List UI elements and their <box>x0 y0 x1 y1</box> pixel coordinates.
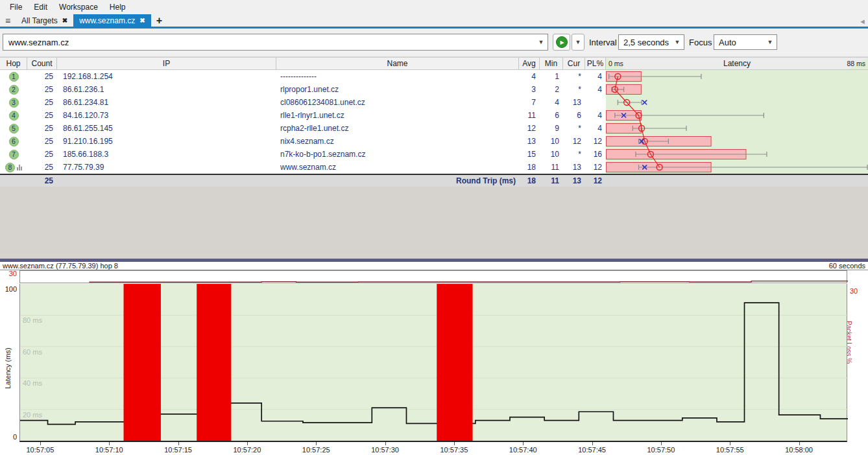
avg-cell: 12 <box>519 122 540 135</box>
x-axis-label: 10:57:25 <box>302 446 330 454</box>
hop-number-badge: 3 <box>9 98 19 108</box>
round-trip-cur: 13 <box>563 174 585 187</box>
hop-number-badge: 6 <box>9 137 19 146</box>
timeline-x-axis: 10:57:0510:57:1010:57:1510:57:2010:57:25… <box>0 443 868 455</box>
min-cell: 10 <box>540 135 563 148</box>
latency-plot-svg: 80 ms60 ms40 ms20 ms <box>20 284 848 441</box>
min-cell: 2 <box>540 83 563 96</box>
close-tab-icon[interactable]: ✖ <box>62 17 67 24</box>
new-tab-button[interactable]: + <box>151 14 167 27</box>
name-cell: www.seznam.cz <box>276 161 519 174</box>
count-cell: 25 <box>27 96 57 109</box>
column-header-pl[interactable]: PL% <box>585 58 606 69</box>
target-input[interactable] <box>3 37 535 48</box>
column-header-min[interactable]: Min <box>540 58 563 69</box>
avg-cell: 11 <box>519 109 540 122</box>
name-cell: n7k-ko-b-po1.seznam.cz <box>276 148 519 161</box>
menu-edit[interactable]: Edit <box>28 1 53 14</box>
focused-hop-chart-icon <box>17 165 22 170</box>
close-tab-icon[interactable]: ✖ <box>139 17 145 24</box>
ip-cell: 77.75.79.39 <box>57 161 276 174</box>
x-axis-label: 10:57:55 <box>716 446 744 454</box>
round-trip-min: 11 <box>540 174 563 187</box>
target-dropdown-icon[interactable]: ▼ <box>535 39 548 45</box>
menu-help[interactable]: Help <box>104 1 132 14</box>
timeline-target-label: www.seznam.cz (77.75.79.39) hop 8 <box>3 262 118 270</box>
hop-cell: 2 <box>0 83 27 96</box>
cur-cell: * <box>563 70 585 83</box>
interval-select[interactable]: 2,5 seconds ▼ <box>618 34 684 50</box>
ip-cell: 84.16.120.73 <box>57 109 276 122</box>
workspace-menu-icon[interactable]: ≡ <box>0 14 16 27</box>
pl-cell: 4 <box>585 109 606 122</box>
pl-cell: 12 <box>585 135 606 148</box>
hop-cell: 1 <box>0 70 27 83</box>
column-header-cur[interactable]: Cur <box>563 58 585 69</box>
svg-text:40 ms: 40 ms <box>23 379 42 387</box>
x-axis-label: 10:57:30 <box>371 446 399 454</box>
start-options-dropdown[interactable]: ▼ <box>572 34 585 51</box>
column-header-name[interactable]: Name <box>276 58 519 69</box>
min-cell: 1 <box>540 70 563 83</box>
round-trip-count: 25 <box>27 174 57 187</box>
x-axis-tick <box>316 442 317 445</box>
focus-label: Focus <box>689 38 712 47</box>
name-cell: cl086061234081.unet.cz <box>276 96 519 109</box>
x-axis-tick <box>247 442 248 445</box>
hop-cell: 3 <box>0 96 27 109</box>
menu-file[interactable]: File <box>4 1 28 14</box>
count-cell: 25 <box>27 122 57 135</box>
interval-value: 2,5 seconds <box>619 38 671 47</box>
timeline-range-label[interactable]: 60 seconds <box>829 262 865 270</box>
timeline-latency-graph[interactable]: 80 ms60 ms40 ms20 ms <box>19 284 847 442</box>
pl-cell: 4 <box>585 122 606 135</box>
svg-text:80 ms: 80 ms <box>23 316 42 324</box>
toolbar: ▼ ▶ ▼ Interval 2,5 seconds ▼ Focus Auto … <box>0 29 868 57</box>
start-trace-button[interactable]: ▶ <box>553 34 570 51</box>
chevron-down-icon: ▼ <box>671 39 684 45</box>
hop-number-badge: 7 <box>9 150 19 159</box>
x-axis-tick <box>661 442 662 445</box>
focus-value: Auto <box>714 38 764 47</box>
hop-number-badge: 1 <box>9 72 19 82</box>
ip-cell: 86.61.234.81 <box>57 96 276 109</box>
menu-workspace[interactable]: Workspace <box>53 1 104 14</box>
tab-www-seznam-cz[interactable]: www.seznam.cz ✖ <box>73 14 151 27</box>
tab-label: All Targets <box>21 16 58 25</box>
column-header-avg[interactable]: Avg <box>519 58 540 69</box>
hop-number-badge: 8 <box>5 163 15 172</box>
svg-text:60 ms: 60 ms <box>23 348 42 356</box>
avg-cell: 7 <box>519 96 540 109</box>
tab-all-targets[interactable]: All Targets ✖ <box>16 14 73 27</box>
play-icon: ▶ <box>556 36 568 48</box>
tab-scroll-left-icon[interactable]: ◄ <box>859 18 866 25</box>
column-header-ip[interactable]: IP <box>57 58 276 69</box>
x-axis-label: 10:57:20 <box>233 446 261 454</box>
round-trip-row: 25 Round Trip (ms) 18 11 13 12 <box>0 174 868 187</box>
pl-cell: 12 <box>585 161 606 174</box>
x-axis-label: 10:57:05 <box>26 446 54 454</box>
x-axis-label: 10:57:45 <box>578 446 606 454</box>
menu-bar: File Edit Workspace Help <box>0 0 868 14</box>
pl-cell <box>585 96 606 109</box>
focus-select[interactable]: Auto ▼ <box>714 34 777 50</box>
chevron-down-icon: ▼ <box>764 39 777 45</box>
ip-cell: 86.61.255.145 <box>57 122 276 135</box>
round-trip-hop-cell <box>0 174 27 187</box>
column-header-count[interactable]: Count <box>27 58 57 69</box>
latency-graph-title: Latency <box>606 59 868 68</box>
packet-loss-axis-max-label: 30 <box>850 287 858 295</box>
avg-cell: 13 <box>519 135 540 148</box>
cur-cell: * <box>563 83 585 96</box>
hop-cell: 4 <box>0 109 27 122</box>
hop-cell: 5 <box>0 122 27 135</box>
jitter-graph <box>19 270 847 283</box>
pl-cell: 4 <box>585 83 606 96</box>
x-axis-tick <box>40 442 41 445</box>
x-axis-tick <box>799 442 800 445</box>
count-cell: 25 <box>27 135 57 148</box>
round-trip-pl: 12 <box>585 174 606 187</box>
column-header-hop[interactable]: Hop <box>0 58 27 69</box>
latency-axis-title: Latency (ms) <box>4 347 12 389</box>
avg-cell: 15 <box>519 148 540 161</box>
